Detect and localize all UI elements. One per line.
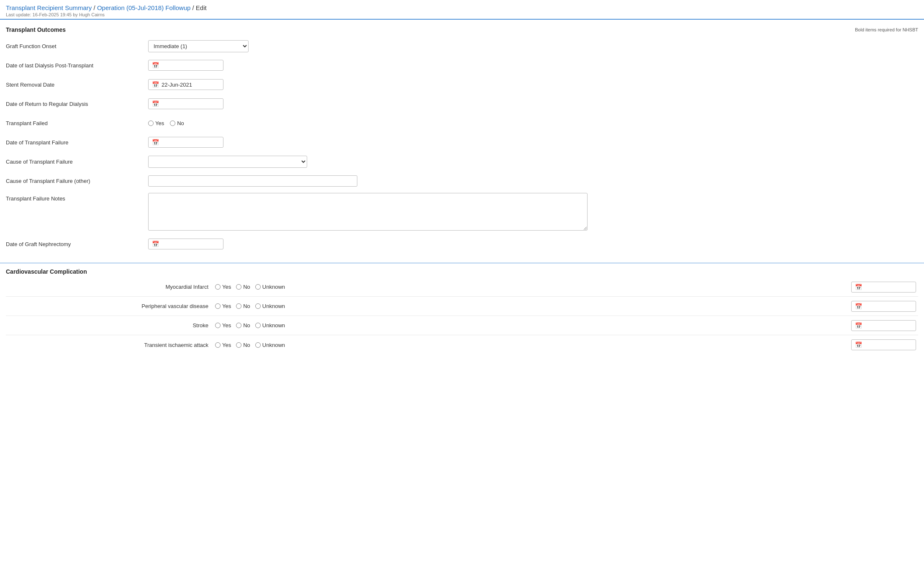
tia-date-box[interactable]: 📅 <box>851 339 916 350</box>
pvd-unknown-label[interactable]: Unknown <box>255 303 285 309</box>
stent-removal-date-field[interactable] <box>162 82 212 88</box>
tia-no-label[interactable]: No <box>236 342 250 348</box>
cause-transplant-failure-other-row: Cause of Transplant Failure (other) <box>6 174 918 188</box>
myocardial-infarct-date: 📅 <box>851 282 918 293</box>
pvd-no-radio[interactable] <box>236 303 241 309</box>
date-last-dialysis-input[interactable]: 📅 <box>148 60 223 71</box>
cv-section-header: Cardiovascular Complication <box>6 268 918 275</box>
date-return-dialysis-field[interactable] <box>162 101 212 107</box>
date-return-dialysis-input[interactable]: 📅 <box>148 98 223 109</box>
stroke-date-box[interactable]: 📅 <box>851 320 916 331</box>
cause-transplant-failure-select[interactable]: Acute rejection Chronic rejection Primar… <box>148 156 307 168</box>
date-last-dialysis-field[interactable] <box>162 62 212 69</box>
date-graft-nephrectomy-field[interactable] <box>162 241 212 247</box>
tia-radios: Yes No Unknown <box>215 342 851 348</box>
myocardial-infarct-unknown-radio[interactable] <box>255 284 261 290</box>
cardiovascular-complication-section: Cardiovascular Complication Myocardial I… <box>0 263 924 365</box>
cause-transplant-failure-other-field[interactable] <box>148 175 357 187</box>
stent-removal-date-row: Stent Removal Date 📅 <box>6 77 918 92</box>
myocardial-infarct-row: Myocardial Infarct Yes No Unknown 📅 <box>6 281 918 297</box>
stroke-no-radio[interactable] <box>236 323 241 328</box>
pvd-yes-label[interactable]: Yes <box>215 303 231 309</box>
date-last-dialysis-row: Date of last Dialysis Post-Transplant 📅 <box>6 58 918 72</box>
graft-function-onset-control: Immediate (1) Delayed Primary Non-Functi… <box>148 40 357 52</box>
tia-unknown-text: Unknown <box>262 342 285 348</box>
myocardial-infarct-unknown-text: Unknown <box>262 284 285 290</box>
calendar-icon-cv-4: 📅 <box>855 341 862 348</box>
cv-section-title: Cardiovascular Complication <box>6 268 87 275</box>
date-return-dialysis-control: 📅 <box>148 98 357 109</box>
myocardial-infarct-unknown-label[interactable]: Unknown <box>255 284 285 290</box>
date-graft-nephrectomy-input[interactable]: 📅 <box>148 239 223 249</box>
stroke-radios: Yes No Unknown <box>215 322 851 329</box>
transplant-failed-control: Yes No <box>148 120 357 126</box>
breadcrumb-link-1[interactable]: Transplant Recipient Summary <box>6 4 92 11</box>
pvd-yes-radio[interactable] <box>215 303 221 309</box>
transplant-failed-yes-radio[interactable] <box>148 121 154 126</box>
calendar-icon-4: 📅 <box>152 139 159 146</box>
stroke-no-label[interactable]: No <box>236 322 250 329</box>
stroke-unknown-radio[interactable] <box>255 323 261 328</box>
pvd-no-label[interactable]: No <box>236 303 250 309</box>
myocardial-infarct-no-label[interactable]: No <box>236 284 250 290</box>
calendar-icon-cv-3: 📅 <box>855 322 862 329</box>
date-transplant-failure-field[interactable] <box>162 139 212 146</box>
date-transplant-failure-input[interactable]: 📅 <box>148 137 223 148</box>
cause-transplant-failure-other-label: Cause of Transplant Failure (other) <box>6 178 148 184</box>
cause-transplant-failure-other-control <box>148 175 357 187</box>
calendar-icon-2: 📅 <box>152 81 159 88</box>
section-note: Bold items required for NHSBT <box>855 27 918 32</box>
transplant-failed-no-radio[interactable] <box>170 121 175 126</box>
last-update-text: Last update: 16-Feb-2025 19:45 by Hugh C… <box>6 12 918 17</box>
breadcrumb-sep-1: / <box>92 4 97 11</box>
pvd-unknown-radio[interactable] <box>255 303 261 309</box>
calendar-icon-cv-1: 📅 <box>855 284 862 290</box>
section-title-transplant-outcomes: Transplant Outcomes <box>6 26 66 33</box>
calendar-icon-1: 📅 <box>152 62 159 69</box>
tia-no-radio[interactable] <box>236 342 241 348</box>
graft-function-onset-select[interactable]: Immediate (1) Delayed Primary Non-Functi… <box>148 40 249 52</box>
myocardial-infarct-yes-label[interactable]: Yes <box>215 284 231 290</box>
myocardial-infarct-yes-radio[interactable] <box>215 284 221 290</box>
date-graft-nephrectomy-label: Date of Graft Nephrectomy <box>6 241 148 247</box>
pvd-date: 📅 <box>851 301 918 312</box>
stroke-no-text: No <box>243 322 250 329</box>
calendar-icon-cv-2: 📅 <box>855 303 862 310</box>
breadcrumb-link-2[interactable]: Operation (05-Jul-2018) Followup <box>97 4 190 11</box>
myocardial-infarct-radios: Yes No Unknown <box>215 284 851 290</box>
pvd-date-box[interactable]: 📅 <box>851 301 916 312</box>
myocardial-infarct-date-box[interactable]: 📅 <box>851 282 916 293</box>
stroke-row: Stroke Yes No Unknown 📅 <box>6 319 918 335</box>
transplant-failed-no-label[interactable]: No <box>170 120 184 126</box>
tia-yes-radio[interactable] <box>215 342 221 348</box>
stroke-yes-radio[interactable] <box>215 323 221 328</box>
transplant-failed-yes-label[interactable]: Yes <box>148 120 164 126</box>
tia-unknown-label[interactable]: Unknown <box>255 342 285 348</box>
stroke-unknown-label[interactable]: Unknown <box>255 322 285 329</box>
myocardial-infarct-no-text: No <box>243 284 250 290</box>
tia-yes-label[interactable]: Yes <box>215 342 231 348</box>
myocardial-infarct-no-radio[interactable] <box>236 284 241 290</box>
page-header: Transplant Recipient Summary / Operation… <box>0 0 924 20</box>
peripheral-vascular-disease-label: Peripheral vascular disease <box>6 303 215 309</box>
date-transplant-failure-row: Date of Transplant Failure 📅 <box>6 135 918 149</box>
stroke-yes-text: Yes <box>222 322 231 329</box>
transplant-failure-notes-row: Transplant Failure Notes <box>6 193 918 232</box>
date-graft-nephrectomy-row: Date of Graft Nephrectomy 📅 <box>6 237 918 251</box>
tia-unknown-radio[interactable] <box>255 342 261 348</box>
date-transplant-failure-label: Date of Transplant Failure <box>6 139 148 146</box>
pvd-no-text: No <box>243 303 250 309</box>
transplant-failed-label: Transplant Failed <box>6 120 148 126</box>
transplant-failure-notes-textarea[interactable] <box>148 193 588 231</box>
tia-row: Transient ischaemic attack Yes No Unknow… <box>6 339 918 354</box>
pvd-unknown-text: Unknown <box>262 303 285 309</box>
cause-transplant-failure-row: Cause of Transplant Failure Acute reject… <box>6 154 918 169</box>
calendar-icon-3: 📅 <box>152 100 159 107</box>
cause-transplant-failure-control: Acute rejection Chronic rejection Primar… <box>148 156 357 168</box>
graft-function-onset-label: Graft Function Onset <box>6 43 148 49</box>
transplant-failed-row: Transplant Failed Yes No <box>6 116 918 130</box>
stent-removal-date-input[interactable]: 📅 <box>148 79 223 90</box>
date-last-dialysis-control: 📅 <box>148 60 357 71</box>
pvd-yes-text: Yes <box>222 303 231 309</box>
stroke-yes-label[interactable]: Yes <box>215 322 231 329</box>
